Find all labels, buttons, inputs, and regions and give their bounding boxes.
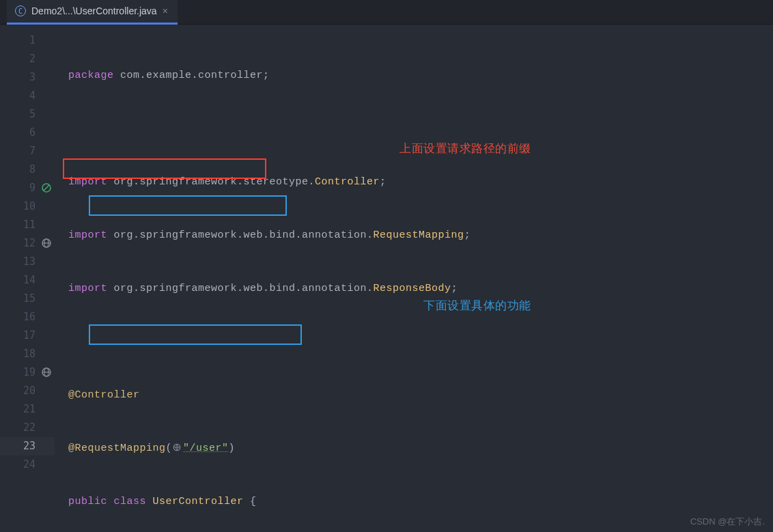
line-number: 16 [0,308,55,326]
line-number: 5 [0,105,55,124]
line-number: 8 [0,160,55,179]
line-number: 3 [0,68,55,87]
line-number: 6 [0,124,55,142]
editor: 1 2 3 4 5 6 7 8 9 10 11 12 13 14 15 16 1… [0,25,773,532]
line-number: 17 [0,326,55,345]
line-number: 11 [0,216,55,234]
line-number: 7 [0,142,55,160]
line-number: 22 [0,419,55,437]
line-number: 12 [0,234,55,253]
line-number: 4 [0,87,55,105]
tab-bar: C Demo2\...\UserController.java × [0,0,773,25]
code-line: package com.example.controller; [55,66,773,85]
highlight-box-blue-save [89,195,287,216]
annotation-blue: 下面设置具体的功能 [423,298,531,313]
line-number: 15 [0,290,55,308]
code-line: @RequestMapping("/user") [55,439,773,458]
code-line: @Controller [55,386,773,404]
line-number: 24 [0,456,55,474]
line-number: 2 [0,50,55,68]
web-endpoint-icon [41,238,52,249]
line-number: 18 [0,345,55,363]
line-number: 1 [0,31,55,50]
svg-line-1 [44,185,49,191]
line-number: 20 [0,382,55,400]
code-line: public class UserController { [55,492,773,511]
gutter: 1 2 3 4 5 6 7 8 9 10 11 12 13 14 15 16 1… [0,25,55,532]
code-line: import org.springframework.web.bind.anno… [55,226,773,244]
code-line: import org.springframework.stereotype.Co… [55,173,773,191]
globe-icon [172,443,182,452]
line-number: 19 [0,363,55,382]
tab-title: Demo2\...\UserController.java [31,5,157,16]
line-number: 23 [0,437,55,456]
line-number: 9 [0,179,55,197]
code-line: import org.springframework.web.bind.anno… [55,279,773,298]
web-endpoint-icon [41,367,52,378]
java-class-icon: C [15,5,26,16]
file-tab[interactable]: C Demo2\...\UserController.java × [7,0,178,25]
line-number: 14 [0,271,55,290]
line-number: 13 [0,253,55,271]
no-entry-icon [41,182,52,193]
line-number: 21 [0,400,55,419]
code-line [55,333,773,351]
code-area[interactable]: package com.example.controller; import o… [55,25,773,532]
line-number: 10 [0,197,55,216]
watermark: CSDN @在下小吉. [690,516,765,528]
close-icon[interactable]: × [163,5,168,16]
code-line [55,120,773,138]
annotation-red: 上面设置请求路径的前缀 [399,141,531,156]
